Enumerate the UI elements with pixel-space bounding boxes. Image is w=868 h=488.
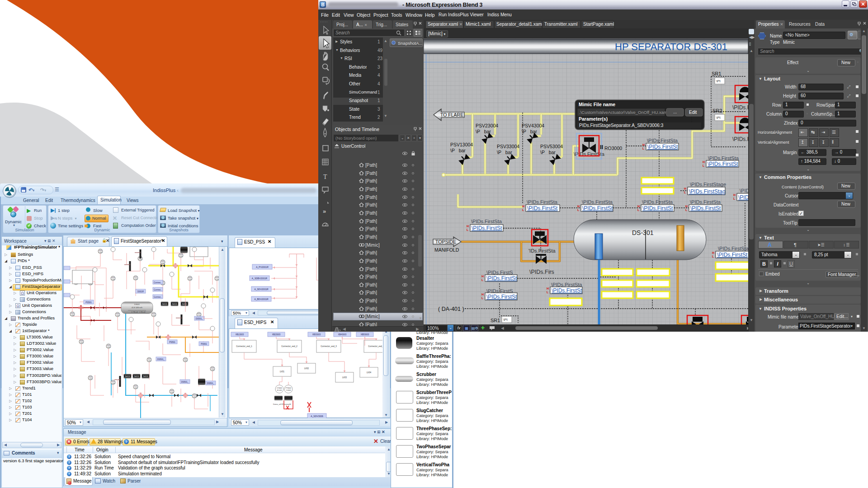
svg-text:L: L: [481, 296, 484, 300]
svg-text:0,000: 0,000: [80, 342, 84, 344]
svg-text:0,000: 0,000: [170, 392, 174, 394]
svg-text:PT3002: PT3002: [286, 387, 291, 389]
svg-text:0000: 0000: [80, 340, 83, 342]
svg-text:0000: 0000: [134, 385, 137, 387]
svg-text:\PIDs.FirstSta: \PIDs.FirstSta: [527, 199, 558, 205]
svg-text:»: »: [323, 208, 326, 215]
svg-text:Parameter(s): Parameter(s): [579, 116, 608, 122]
svg-text:0000: 0000: [111, 277, 115, 278]
svg-text:PS501: PS501: [201, 343, 207, 345]
svg-text:DS501_: DS501_: [157, 358, 165, 361]
svg-text:XB23003: XB23003: [272, 333, 281, 336]
svg-text:0000: 0000: [188, 277, 192, 278]
svg-text:0,000: 0,000: [99, 252, 103, 253]
svg-text:SelCtl: SelCtl: [162, 303, 167, 305]
svg-text:PSV33004: PSV33004: [497, 144, 519, 149]
svg-text:H: H: [733, 193, 736, 197]
svg-text:0,000: 0,000: [134, 387, 138, 389]
svg-text:0,000: 0,000: [71, 314, 75, 316]
svg-text:H: H: [712, 251, 714, 254]
svg-text:SR1: SR1: [712, 71, 721, 76]
svg-text:0000: 0000: [111, 380, 115, 382]
svg-text:\PID: \PID: [738, 194, 748, 201]
svg-text:Connector_esd_1: Connector_esd_1: [236, 345, 252, 347]
svg-text:H: H: [685, 205, 688, 208]
svg-text:\PI: \PI: [716, 79, 721, 83]
svg-text:\PIDs.FirstSta: \PIDs.FirstSta: [690, 199, 721, 205]
svg-text:L: L: [481, 278, 484, 282]
svg-text:0,000: 0,000: [134, 278, 138, 280]
svg-text:0000: 0000: [152, 313, 156, 314]
svg-text:'IDs.FirstSta: 'IDs.FirstSta: [528, 248, 556, 253]
svg-text:SelCtl: SelCtl: [143, 375, 148, 377]
svg-text:0,000: 0,000: [161, 263, 165, 264]
svg-text:0000: 0000: [71, 312, 74, 314]
svg-text:\PI: \PI: [716, 116, 721, 120]
svg-text:HP SEPARATOR DS-301: HP SEPARATOR DS-301: [615, 41, 727, 52]
svg-text:0000: 0000: [161, 260, 165, 262]
svg-text:\PIDs.FirstSt: \PIDs.FirstSt: [690, 205, 721, 211]
svg-text:0000: 0000: [107, 344, 110, 346]
svg-text:XB33003: XB33003: [312, 333, 321, 336]
svg-text:\PIDs.FirstSt: \PIDs.FirstSt: [642, 205, 673, 211]
svg-text:MANIFOLD: MANIFOLD: [434, 247, 459, 253]
svg-text:41.8 10N m/h: 41.8 10N m/h: [132, 306, 142, 309]
svg-text:A_PV2001R: A_PV2001R: [256, 266, 269, 268]
svg-text:0000: 0000: [116, 313, 119, 314]
svg-text:H: H: [547, 287, 549, 290]
svg-text:D001R: D001R: [137, 291, 144, 293]
svg-text:0000: 0000: [170, 389, 174, 391]
svg-text:Connector_esd_3: Connector_esd_3: [321, 345, 337, 347]
svg-text:XB13003: XB13003: [236, 333, 244, 336]
svg-text:\PIDs.FirstSta: \PIDs.FirstSta: [718, 246, 748, 251]
svg-text:L: L: [712, 255, 714, 258]
svg-text:H: H: [684, 187, 686, 190]
svg-text:SelCtl: SelCtl: [172, 303, 177, 305]
svg-text:0,000: 0,000: [147, 360, 151, 362]
svg-text:0,000: 0,000: [184, 360, 188, 362]
svg-text:SR2: SR2: [712, 108, 722, 113]
svg-text:Demo_at3 RDenmo06: Demo_at3 RDenmo06: [273, 403, 292, 405]
svg-text:0000: 0000: [99, 249, 102, 251]
svg-text:L: L: [547, 291, 549, 294]
svg-text:TOPSIDE: TOPSIDE: [435, 239, 456, 244]
svg-text:\PIDs.FirstS: \PIDs.FirstS: [486, 270, 513, 275]
svg-text:\PIDs.FirstSt: \PIDs.FirstSt: [527, 205, 558, 211]
svg-text:\PIDs.FirstSt: \PIDs.FirstSt: [552, 287, 582, 294]
svg-text:RO3000: RO3000: [604, 145, 622, 151]
svg-text:Connector_esd_4: Connector_esd_4: [368, 345, 382, 347]
svg-text:0,000: 0,000: [179, 256, 183, 258]
svg-text:61.000: 61.000: [277, 389, 282, 391]
svg-text:A_SDBV2001R: A_SDBV2001R: [252, 277, 268, 280]
svg-text:\PIDs.FirstSta: \PIDs.FirstSta: [708, 155, 739, 161]
svg-text:DS-301: DS-301: [632, 229, 654, 236]
svg-text:PS501: PS501: [85, 301, 92, 304]
svg-text:Connector_esd_2: Connector_esd_2: [281, 345, 297, 347]
svg-text:H: H: [467, 225, 469, 228]
svg-text:0000: 0000: [211, 367, 214, 369]
svg-text:PSV13004: PSV13004: [450, 142, 473, 147]
svg-text:\PIDs.FirstSt: \PIDs.FirstSt: [486, 275, 517, 282]
svg-text:\PIDs.FirstStag: \PIDs.FirstStag: [689, 188, 726, 195]
svg-text:L: L: [642, 147, 645, 150]
svg-text:\P bar: \P bar: [497, 150, 512, 155]
svg-text:\PIDs.FirstSta: \PIDs.FirstSta: [647, 138, 678, 143]
svg-text:XB53003: XB53003: [361, 333, 369, 336]
svg-text:0,000: 0,000: [111, 383, 115, 385]
svg-text:L: L: [684, 191, 686, 194]
svg-text:SelCtl: SelCtl: [134, 375, 139, 377]
svg-text:( DA-401 ): ( DA-401 ): [438, 306, 464, 312]
svg-text:\PIDs.FirstSt: \PIDs.FirstSt: [647, 144, 678, 150]
svg-text:H: H: [637, 205, 640, 208]
svg-text:\PIDs.FirstSta: \PIDs.FirstSta: [582, 199, 613, 205]
svg-text:\PI: \PI: [503, 318, 508, 322]
svg-text:0000: 0000: [147, 358, 151, 360]
svg-text:XB43003: XB43003: [338, 333, 347, 336]
svg-text:\PIDs.FirstSt: \PIDs.FirstSt: [582, 205, 613, 211]
svg-text:\PIDs.Firs: \PIDs.Firs: [529, 269, 554, 275]
svg-text:TO FLARE: TO FLARE: [440, 112, 463, 117]
svg-text:SR1: SR1: [491, 318, 500, 323]
svg-text:0,000: 0,000: [111, 279, 115, 281]
svg-text:\PIDs.FirstSt: \PIDs.FirstSt: [717, 252, 748, 258]
svg-text:L: L: [685, 208, 688, 211]
